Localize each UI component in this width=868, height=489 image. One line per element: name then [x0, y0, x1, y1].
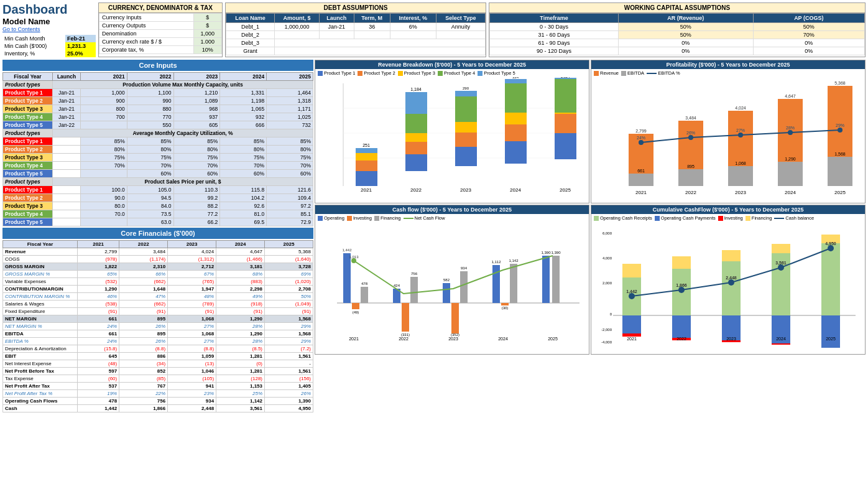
profitability-legend: Revenue EBITDA EBITDA % [591, 69, 865, 77]
investing-dot [347, 216, 352, 221]
svg-text:2023: 2023 [448, 337, 458, 341]
debt1-type: Annuity [436, 23, 485, 31]
svg-text:2025: 2025 [560, 187, 571, 193]
fin-da: Depreciation & Amortization (15.8) (8.8)… [3, 345, 313, 353]
cumulative-chart-title: Cumulative CashFlow ($'000) - 5 Years to… [591, 205, 865, 214]
ci-p5-util: Product Type 5 60% 60% 60% 60% [3, 170, 313, 178]
svg-rect-39 [505, 113, 527, 124]
main-content: Core Inputs Fiscal Year Launch 2021 2022… [2, 60, 866, 412]
ci-2025: 2025 [267, 73, 313, 81]
svg-rect-132 [722, 250, 741, 261]
svg-rect-19 [405, 114, 427, 133]
svg-rect-140 [821, 243, 840, 315]
svg-rect-94 [451, 303, 459, 333]
debt2-amount [275, 31, 320, 39]
wc-row-3: 61 - 90 Days 0% 0% [490, 39, 865, 47]
ci-launch: Launch [53, 73, 81, 81]
svg-rect-69 [678, 169, 703, 186]
svg-text:756: 756 [411, 272, 418, 276]
x-label-2022: 2022 [685, 190, 696, 195]
currency-block: CURRENCY, DENOMINATOR & TAX Currency Inp… [98, 2, 223, 57]
pt4-dot [438, 71, 443, 76]
ci-2021: 2021 [81, 73, 127, 81]
svg-rect-35 [505, 141, 527, 164]
ci-p3-util: Product Type 3 75% 75% 75% 75% 75% [3, 154, 313, 162]
op-payments-dot [655, 216, 660, 221]
charts-area: Revenue Breakdown ($'000) - 5 Years to D… [315, 60, 866, 412]
title-block: Dashboard Model Name Go to Contents Min … [2, 2, 96, 57]
debt-col-loan: Loan Name [226, 14, 275, 23]
svg-rect-99 [492, 265, 500, 303]
svg-text:2024: 2024 [498, 337, 508, 341]
svg-rect-10 [356, 148, 377, 153]
svg-text:(49): (49) [353, 310, 359, 314]
currency-outputs-value: $ [193, 22, 221, 30]
pct-label-2025: 29% [836, 123, 844, 128]
svg-rect-4 [356, 171, 377, 186]
dashboard-page: Dashboard Model Name Go to Contents Min … [0, 0, 868, 415]
wc-block: WORKING CAPITAL ASSUMPTIONS Timeframe AR… [489, 2, 866, 57]
x-label-2024: 2024 [785, 190, 796, 195]
debt-row-1: Debt_1 1,000,000 Jan-21 36 6% Annuity [226, 23, 486, 31]
svg-text:1,112: 1,112 [491, 260, 501, 264]
svg-rect-130 [722, 261, 741, 315]
svg-rect-30 [455, 96, 477, 122]
corp-tax-value: 10% [193, 46, 221, 54]
legend-pt4: Product Type 4 [438, 70, 475, 76]
fin-gross-margin: GROSS MARGIN 1,822 2,310 2,712 3,181 3,7… [3, 263, 313, 271]
legend-pt5: Product Type 5 [478, 70, 515, 76]
fin-salaries: Salaries & Wages (538) (662) (789) (918)… [3, 300, 313, 308]
bottom-charts-row: Cash flow ($'000) - 5 Years to December … [315, 205, 866, 355]
svg-rect-73 [778, 162, 803, 186]
svg-text:1,390: 1,390 [551, 251, 561, 254]
nav-link[interactable]: Go to Contents [2, 26, 40, 32]
svg-rect-15 [405, 142, 427, 154]
svg-text:251: 251 [362, 143, 370, 147]
svg-rect-92 [443, 283, 450, 303]
cf-2025: 1,390 1,390 2025 [541, 251, 561, 341]
svg-rect-43 [505, 79, 527, 83]
fin-cogs: COGS (978) (1,174) (1,312) (1,466) (1,64… [3, 256, 313, 263]
pt2-dot [358, 71, 362, 76]
currency-title: CURRENCY, DENOMINATOR & TAX [99, 3, 222, 13]
svg-rect-21 [405, 92, 427, 114]
svg-text:2024: 2024 [776, 337, 786, 341]
svg-text:0: 0 [610, 312, 612, 316]
cashflow-chart-title: Cash flow ($'000) - 5 Years to December … [315, 205, 589, 214]
svg-point-152 [828, 245, 834, 251]
revenue-chart-title: Revenue Breakdown ($'000) - 5 Years to D… [315, 60, 589, 69]
svg-rect-82 [361, 287, 368, 303]
svg-text:3,561: 3,561 [775, 261, 787, 266]
svg-text:-2,000: -2,000 [601, 328, 612, 332]
legend-pt2: Product Type 2 [358, 70, 395, 76]
wc-col-timeframe: Timeframe [490, 14, 619, 23]
svg-text:1,390: 1,390 [541, 251, 551, 254]
revenue-dot [594, 71, 599, 76]
cumulative-legend: Operating Cash Receipts Operating Cash P… [591, 214, 865, 222]
svg-rect-28 [455, 122, 477, 133]
svg-text:2,799: 2,799 [635, 129, 647, 133]
x-label-2025: 2025 [834, 190, 846, 195]
wc-col-ar: AR (Revenue) [619, 14, 754, 23]
svg-text:2024: 2024 [510, 187, 521, 193]
wc1-ap: 50% [753, 23, 864, 31]
ci-fiscal-year: Fiscal Year [3, 73, 53, 81]
bar-2022: 903 669 478 1,025 1,184 2022 [405, 87, 427, 193]
cash-balance-line [774, 218, 784, 219]
x-label-2023: 2023 [735, 190, 746, 195]
svg-text:6,000: 6,000 [603, 231, 612, 235]
svg-text:582: 582 [443, 278, 450, 282]
ci-p3-price: Product Type 3 80.0 84.0 88.2 92.6 97.2 [3, 202, 313, 210]
svg-rect-141 [821, 315, 840, 348]
ci-p4-price: Product Type 4 70.0 73.5 77.2 81.0 85.1 [3, 210, 313, 218]
svg-text:1,290: 1,290 [785, 157, 796, 161]
fin-2021: 2021 [78, 241, 119, 248]
debt-col-term: Term, M [354, 14, 390, 23]
svg-rect-75 [828, 157, 852, 186]
wc2-ar: 50% [619, 31, 754, 39]
ebitda-pct-line [647, 73, 657, 74]
ci-p2-vol: Product Type 2 Jan-21 900 990 1,089 1,19… [3, 97, 313, 105]
wc4-ap: 0% [753, 47, 864, 55]
legend-revenue: Revenue [594, 70, 619, 76]
svg-text:1,568: 1,568 [834, 152, 846, 156]
